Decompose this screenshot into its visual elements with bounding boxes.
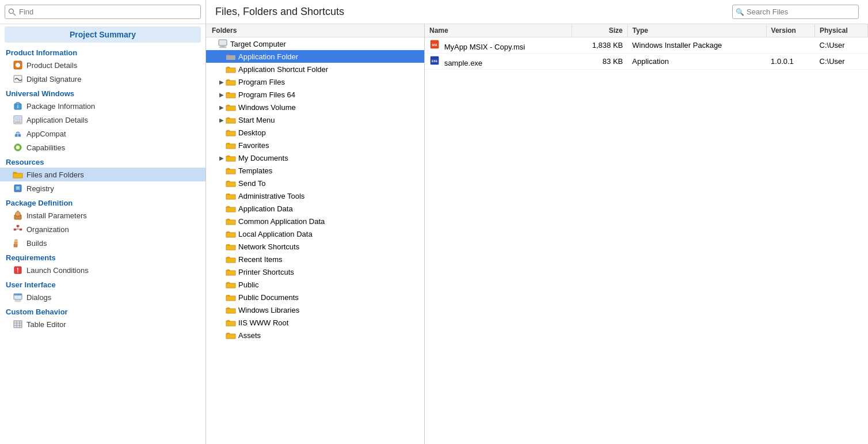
expand-arrow: ▶ xyxy=(218,117,226,123)
sidebar-item-appcompat[interactable]: AppCompat xyxy=(0,127,205,141)
folder-icon xyxy=(226,115,236,124)
svg-text:!: ! xyxy=(17,267,18,274)
svg-text:MSI: MSI xyxy=(432,43,438,47)
sidebar-item-label: Files and Folders xyxy=(26,170,84,179)
svg-rect-51 xyxy=(226,182,235,187)
sidebar-scroll: Project Summary Product Information Prod… xyxy=(0,24,205,444)
sidebar-item-product-details[interactable]: Product Details xyxy=(0,58,205,72)
file-type: Application xyxy=(627,54,766,70)
svg-rect-54 xyxy=(226,220,235,225)
file-type: Windows Installer Package xyxy=(627,37,766,54)
main-content: Files, Folders and Shortcuts 🔍 Folders T… xyxy=(206,0,868,444)
folder-item-program-files[interactable]: ▶ Program Files xyxy=(206,75,424,88)
svg-rect-33 xyxy=(14,321,22,328)
folder-item-printer-shortcuts[interactable]: Printer Shortcuts xyxy=(206,265,424,278)
folder-item-windows-volume[interactable]: ▶ Windows Volume xyxy=(206,101,424,113)
svg-rect-50 xyxy=(226,169,235,174)
file-version: 1.0.0.1 xyxy=(766,54,814,70)
sidebar-item-label: Capabilities xyxy=(26,143,65,152)
section-header-custom-behavior: Custom Behavior xyxy=(0,304,205,317)
table-row[interactable]: MSI MyApp MSIX - Copy.msi 1,838 KB Windo… xyxy=(425,37,868,54)
svg-rect-58 xyxy=(226,271,235,275)
sidebar-item-label: Table Editor xyxy=(26,320,66,329)
svg-rect-56 xyxy=(226,245,235,250)
files-pane: Name Size Type Version Physical MSI xyxy=(425,24,868,444)
svg-rect-59 xyxy=(226,283,235,288)
svg-rect-60 xyxy=(226,296,235,301)
sidebar-item-install-parameters[interactable]: Install Parameters xyxy=(0,208,205,222)
folder-item-administrative-tools[interactable]: Administrative Tools xyxy=(206,189,424,202)
folder-icon xyxy=(226,229,236,238)
folder-item-application-data[interactable]: Application Data xyxy=(206,202,424,215)
sidebar-item-files-and-folders[interactable]: Files and Folders xyxy=(0,168,205,181)
folder-item-favorites[interactable]: Favorites xyxy=(206,139,424,151)
folder-label: IIS WWW Root xyxy=(238,318,288,327)
sidebar-search-input[interactable] xyxy=(5,5,201,19)
main-search-input[interactable] xyxy=(732,5,859,19)
folder-item-start-menu[interactable]: ▶ Start Menu xyxy=(206,113,424,126)
svg-rect-43 xyxy=(226,81,235,85)
folder-item-network-shortcuts[interactable]: Network Shortcuts xyxy=(206,240,424,253)
launch-conditions-icon: ! xyxy=(13,265,23,275)
exe-icon: EXE xyxy=(429,55,440,66)
folder-item-application-folder[interactable]: Application Folder xyxy=(206,50,424,63)
svg-rect-7 xyxy=(15,117,21,121)
folder-item-application-shortcut-folder[interactable]: Application Shortcut Folder xyxy=(206,63,424,75)
folder-item-target-computer[interactable]: Target Computer xyxy=(206,37,424,50)
folder-icon xyxy=(226,128,236,137)
sidebar-item-dialogs[interactable]: Dialogs xyxy=(0,290,205,304)
sidebar: Project Summary Product Information Prod… xyxy=(0,0,206,444)
sidebar-item-digital-signature[interactable]: Digital Signature xyxy=(0,72,205,86)
project-summary-button[interactable]: Project Summary xyxy=(5,26,201,43)
folder-label: Public Documents xyxy=(238,293,299,302)
sidebar-item-table-editor[interactable]: Table Editor xyxy=(0,317,205,331)
sidebar-item-label: Launch Conditions xyxy=(26,266,89,275)
sidebar-item-label: Package Information xyxy=(26,102,95,111)
folder-item-public-documents[interactable]: Public Documents xyxy=(206,291,424,303)
folder-label: Windows Libraries xyxy=(238,306,299,314)
folder-item-local-application-data[interactable]: Local Application Data xyxy=(206,227,424,240)
sidebar-item-registry[interactable]: Registry xyxy=(0,181,205,195)
files-table: Name Size Type Version Physical MSI xyxy=(425,24,868,70)
folder-item-my-documents[interactable]: ▶ My Documents xyxy=(206,151,424,164)
sidebar-item-capabilities[interactable]: Capabilities xyxy=(0,141,205,154)
sidebar-item-label: Dialogs xyxy=(26,293,51,302)
sidebar-item-label: Install Parameters xyxy=(26,211,87,220)
sidebar-item-organization[interactable]: Organization xyxy=(0,222,205,236)
sidebar-item-builds[interactable]: Builds xyxy=(0,236,205,250)
folder-icon xyxy=(226,255,236,264)
files-folders-icon xyxy=(13,169,23,180)
section-header-user-interface: User Interface xyxy=(0,277,205,290)
file-physical: C:\User xyxy=(815,37,868,54)
folder-item-assets[interactable]: Assets xyxy=(206,329,424,341)
folder-item-send-to[interactable]: Send To xyxy=(206,177,424,189)
builds-icon xyxy=(13,238,23,248)
svg-point-1 xyxy=(16,63,20,67)
package-icon xyxy=(13,101,23,111)
folder-item-desktop[interactable]: Desktop xyxy=(206,126,424,139)
sidebar-item-application-details[interactable]: Application Details xyxy=(0,113,205,127)
file-name-cell: MSI MyApp MSIX - Copy.msi xyxy=(425,37,572,54)
section-header-universal-windows: Universal Windows xyxy=(0,86,205,99)
folder-label: Windows Volume xyxy=(238,103,296,112)
sidebar-item-launch-conditions[interactable]: ! Launch Conditions xyxy=(0,263,205,277)
folder-item-common-application-data[interactable]: Common Application Data xyxy=(206,215,424,227)
sidebar-item-package-information[interactable]: Package Information xyxy=(0,99,205,113)
folder-item-recent-items[interactable]: Recent Items xyxy=(206,253,424,265)
svg-rect-63 xyxy=(226,334,235,339)
folder-item-windows-libraries[interactable]: Windows Libraries xyxy=(206,303,424,316)
digital-signature-icon xyxy=(13,74,23,84)
svg-rect-13 xyxy=(13,173,22,178)
folder-icon xyxy=(226,64,236,74)
table-row[interactable]: EXE sample.exe 83 KB Application 1.0.0.1… xyxy=(425,54,868,70)
folder-item-program-files-64[interactable]: ▶ Program Files 64 xyxy=(206,88,424,101)
folder-item-public[interactable]: Public xyxy=(206,278,424,291)
svg-rect-39 xyxy=(220,45,225,47)
folder-item-iis-www-root[interactable]: IIS WWW Root xyxy=(206,316,424,329)
folder-item-templates[interactable]: Templates xyxy=(206,164,424,177)
section-header-product-information: Product Information xyxy=(0,45,205,58)
registry-icon xyxy=(13,183,23,193)
folder-label: Desktop xyxy=(238,128,266,137)
folder-label: Program Files xyxy=(238,78,285,86)
folder-label: Start Menu xyxy=(238,116,275,124)
